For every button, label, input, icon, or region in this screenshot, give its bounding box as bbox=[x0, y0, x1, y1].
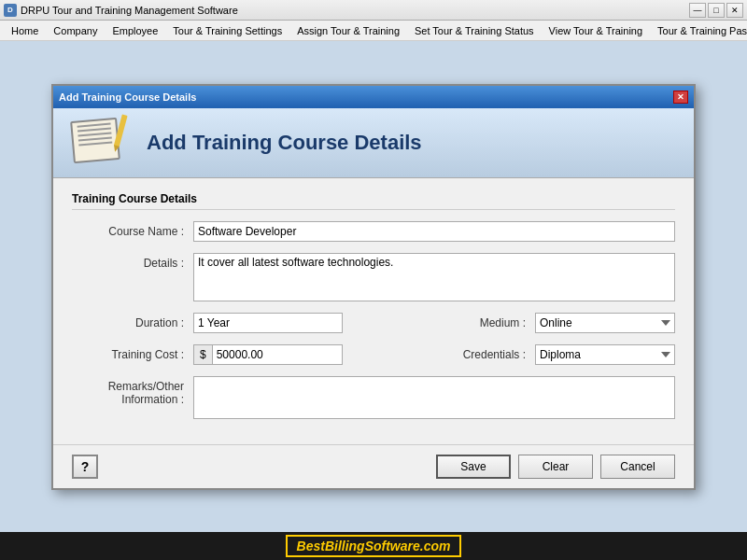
branding-bar: BestBillingSoftware.com bbox=[0, 532, 747, 560]
training-cost-label: Training Cost : bbox=[72, 348, 193, 361]
dialog-titlebar: Add Training Course Details ✕ bbox=[53, 86, 694, 108]
title-bar-left: D DRPU Tour and Training Management Soft… bbox=[4, 4, 238, 17]
app-title: DRPU Tour and Training Management Softwa… bbox=[21, 5, 238, 16]
menu-employee[interactable]: Employee bbox=[105, 23, 165, 38]
duration-label: Duration : bbox=[72, 316, 193, 329]
menu-assign-tour[interactable]: Assign Tour & Training bbox=[289, 23, 407, 38]
remarks-group: Remarks/Other Information : bbox=[72, 376, 675, 419]
remarks-label: Remarks/Other Information : bbox=[72, 376, 193, 406]
help-button[interactable]: ? bbox=[72, 455, 98, 479]
minimize-button[interactable]: — bbox=[689, 3, 706, 18]
currency-symbol: $ bbox=[193, 344, 212, 365]
branding-text: BestBillingSoftware.com bbox=[286, 535, 462, 557]
details-textarea[interactable]: It cover all latest software technologie… bbox=[193, 253, 675, 301]
duration-medium-row: Duration : Medium : Online Offline Both bbox=[72, 313, 675, 333]
dialog-header: Add Training Course Details bbox=[53, 108, 694, 178]
menu-view-tour[interactable]: View Tour & Training bbox=[542, 23, 650, 38]
dialog-footer: ? Save Clear Cancel bbox=[53, 444, 694, 488]
dialog-close-button[interactable]: ✕ bbox=[673, 91, 688, 104]
app-icon: D bbox=[4, 4, 17, 17]
credentials-label: Credentials : bbox=[442, 348, 535, 361]
dialog-header-title: Add Training Course Details bbox=[147, 131, 422, 155]
menu-company[interactable]: Company bbox=[46, 23, 105, 38]
credentials-select[interactable]: Diploma Certificate Degree bbox=[535, 344, 675, 365]
medium-label: Medium : bbox=[442, 316, 535, 329]
cost-field-group: $ bbox=[193, 344, 343, 365]
title-bar-controls: — □ ✕ bbox=[689, 3, 743, 18]
medium-select[interactable]: Online Offline Both bbox=[535, 313, 675, 333]
maximize-button[interactable]: □ bbox=[708, 3, 725, 18]
training-cost-input[interactable] bbox=[212, 344, 343, 365]
section-title: Training Course Details bbox=[72, 192, 675, 210]
app-close-button[interactable]: ✕ bbox=[726, 3, 743, 18]
cost-credentials-row: Training Cost : $ Credentials : Diploma … bbox=[72, 344, 675, 365]
menu-home[interactable]: Home bbox=[4, 23, 46, 38]
duration-input[interactable] bbox=[193, 313, 343, 333]
menu-tour-training-settings[interactable]: Tour & Training Settings bbox=[165, 23, 289, 38]
course-name-group: Course Name : bbox=[72, 221, 675, 242]
course-name-input[interactable] bbox=[193, 221, 675, 242]
clear-button[interactable]: Clear bbox=[518, 455, 593, 479]
pencil-icon bbox=[114, 114, 128, 147]
menu-bar: Home Company Employee Tour & Training Se… bbox=[0, 21, 747, 41]
details-label: Details : bbox=[72, 253, 193, 270]
course-name-label: Course Name : bbox=[72, 221, 193, 238]
dialog: Add Training Course Details ✕ Add Traini… bbox=[51, 84, 696, 490]
title-bar: D DRPU Tour and Training Management Soft… bbox=[0, 0, 747, 21]
notebook-icon bbox=[70, 117, 120, 162]
details-group: Details : It cover all latest software t… bbox=[72, 253, 675, 301]
menu-pass[interactable]: Tour & Training Pass bbox=[650, 23, 747, 38]
main-content: Add Training Course Details ✕ Add Traini… bbox=[0, 41, 747, 532]
dialog-title: Add Training Course Details bbox=[59, 91, 196, 103]
header-icon-container bbox=[72, 119, 128, 166]
menu-set-status[interactable]: Set Tour & Training Status bbox=[407, 23, 542, 38]
dialog-body: Training Course Details Course Name : De… bbox=[53, 178, 694, 444]
remarks-textarea[interactable] bbox=[193, 376, 675, 419]
cancel-button[interactable]: Cancel bbox=[600, 455, 675, 479]
save-button[interactable]: Save bbox=[436, 455, 511, 479]
